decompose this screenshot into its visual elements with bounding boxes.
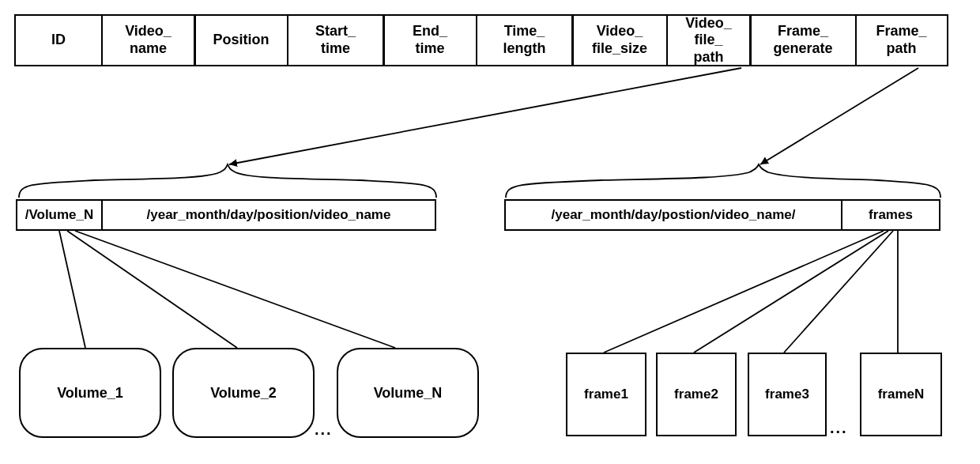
frame-n-box: frameN (860, 353, 942, 436)
col-position: Position (194, 14, 288, 66)
col-time-length: Time_length (476, 14, 574, 66)
svg-line-0 (229, 68, 741, 164)
svg-line-1 (760, 68, 918, 164)
frames-cell: frames (841, 199, 940, 231)
col-video-filepath: Video_file_path (666, 14, 752, 66)
frame-path-breakdown: /year_month/day/postion/video_name/ fram… (504, 199, 940, 231)
col-end-time: End_time (383, 14, 477, 66)
video-path-cell: /year_month/day/position/video_name (101, 199, 436, 231)
col-video-filesize: Video_file_size (571, 14, 668, 66)
frame-2-box: frame2 (656, 353, 737, 436)
volume-n-box: Volume_N (337, 348, 479, 438)
volume-n-cell: /Volume_N (16, 199, 103, 231)
volume-2-box: Volume_2 (172, 348, 315, 438)
svg-line-2 (59, 231, 85, 348)
svg-line-5 (604, 231, 884, 353)
col-frame-path: Frame_path (855, 14, 948, 66)
volumes-ellipsis: ... (315, 421, 333, 439)
svg-line-7 (784, 231, 893, 353)
svg-line-3 (67, 231, 237, 348)
frame-1-box: frame1 (566, 353, 646, 436)
svg-line-6 (694, 231, 888, 353)
svg-line-4 (75, 231, 395, 348)
volume-1-box: Volume_1 (19, 348, 161, 438)
col-start-time: Start_time (287, 14, 385, 66)
col-video-name: Video_name (101, 14, 196, 66)
frame-3-box: frame3 (748, 353, 827, 436)
col-frame-generate: Frame_generate (749, 14, 857, 66)
schema-header-row: ID Video_name Position Start_time End_ti… (14, 14, 948, 66)
col-id: ID (14, 14, 103, 66)
frames-ellipsis: ... (830, 419, 848, 437)
video-path-breakdown: /Volume_N /year_month/day/position/video… (16, 199, 436, 231)
frame-dir-cell: /year_month/day/postion/video_name/ (504, 199, 842, 231)
